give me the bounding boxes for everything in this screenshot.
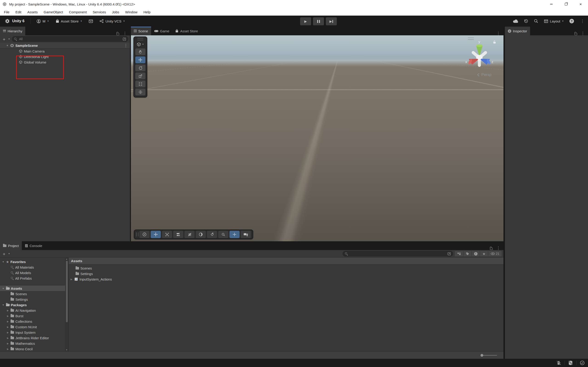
slider-knob[interactable]: [481, 354, 483, 357]
tree-all-materials[interactable]: All Materials: [0, 265, 65, 270]
foldout-open-icon[interactable]: ▼: [2, 304, 5, 306]
tree-package-jetbrains-rider[interactable]: ▶ JetBrains Rider Editor: [0, 335, 65, 341]
tree-package-ai-navigation[interactable]: ▶ AI Navigation: [0, 308, 65, 313]
restore-button[interactable]: [559, 0, 573, 8]
draw-modes-button[interactable]: [173, 231, 183, 238]
hierarchy-search-input[interactable]: [19, 37, 121, 41]
tree-package-input-system[interactable]: ▶ Input System: [0, 330, 65, 335]
shading-mode-button[interactable]: [196, 231, 206, 238]
global-search-button[interactable]: [531, 17, 541, 25]
debugger-disabled-icon[interactable]: [556, 360, 561, 365]
center-pivot-button[interactable]: [229, 231, 240, 238]
kebab-icon[interactable]: ⋮: [123, 44, 129, 48]
scene-search-button[interactable]: [218, 231, 228, 238]
foldout-closed-icon[interactable]: ▶: [6, 337, 9, 339]
foldout-closed-icon[interactable]: ▶: [6, 331, 9, 334]
foldout-closed-icon[interactable]: ▶: [6, 326, 9, 328]
cloud-services-button[interactable]: [510, 17, 520, 25]
tree-settings-folder[interactable]: Settings: [0, 297, 65, 302]
scale-tool[interactable]: [135, 73, 145, 79]
menu-jobs[interactable]: Jobs: [109, 8, 122, 16]
filter-by-label-button[interactable]: [464, 251, 471, 257]
tab-scene[interactable]: Scene: [131, 27, 151, 35]
unlock-icon[interactable]: [574, 32, 577, 35]
menu-file[interactable]: File: [1, 8, 12, 16]
filter-by-type-button[interactable]: [455, 251, 463, 257]
asset-store-dropdown[interactable]: Asset Store ▼: [53, 17, 85, 25]
custom-tools-button[interactable]: [162, 231, 172, 238]
picker-icon[interactable]: [447, 252, 451, 256]
visibility-toggle-button[interactable]: 21: [488, 251, 502, 257]
overlay-drag-handle[interactable]: [137, 38, 143, 40]
tree-scrollbar[interactable]: ▲ ▼: [65, 258, 69, 351]
tree-all-models[interactable]: All Models: [0, 270, 65, 275]
close-button[interactable]: ×: [573, 0, 588, 8]
tab-hierarchy[interactable]: Hierarchy: [0, 27, 25, 35]
tab-inspector[interactable]: i Inspector: [505, 27, 530, 35]
transform-tool[interactable]: [135, 89, 145, 95]
tree-package-mathematics[interactable]: ▶ Mathematics: [0, 341, 65, 346]
hierarchy-item-main-camera[interactable]: Main Camera: [0, 48, 130, 54]
unity-vcs-dropdown[interactable]: Unity VCS ▼: [97, 17, 127, 25]
hierarchy-item-global-volume[interactable]: Global Volume: [0, 59, 130, 65]
tree-package-mono-cecil[interactable]: ▶ Mono Cecil: [0, 346, 65, 351]
kebab-icon[interactable]: ⋮: [580, 31, 586, 35]
chevron-down-icon[interactable]: ▼: [8, 38, 10, 40]
tool-context-dropdown[interactable]: ▼: [137, 41, 144, 47]
tab-project[interactable]: Project: [0, 241, 22, 250]
overlay-drag-handle[interactable]: [136, 232, 138, 236]
tree-assets-root[interactable]: ▼ Assets: [0, 286, 65, 291]
move-tool-bottom[interactable]: [151, 231, 161, 238]
foldout-closed-icon[interactable]: ▶: [6, 315, 9, 317]
kebab-icon[interactable]: ⋮: [495, 31, 501, 35]
toolbar-more-button[interactable]: ⋮: [577, 17, 588, 25]
project-search-field[interactable]: [343, 251, 453, 257]
kebab-icon[interactable]: ⋮: [495, 246, 501, 250]
content-item-inputsystem-actions[interactable]: ▶ InputSystem_Actions: [69, 276, 503, 282]
foldout-open-icon[interactable]: ▼: [2, 261, 5, 263]
projection-mode[interactable]: Persp: [478, 73, 492, 77]
kebab-icon[interactable]: ⋮: [122, 31, 128, 35]
add-asset-button[interactable]: ＋: [2, 252, 6, 256]
menu-services[interactable]: Services: [90, 8, 109, 16]
foldout-open-icon[interactable]: ▼: [6, 44, 9, 47]
tree-package-collections[interactable]: ▶ Collections: [0, 319, 65, 324]
move-tool[interactable]: [135, 56, 145, 63]
layout-dropdown[interactable]: Layout ▼: [542, 17, 566, 25]
foldout-closed-icon[interactable]: ▶: [70, 278, 73, 281]
step-button[interactable]: ▶: [326, 17, 337, 25]
cache-server-disconnected-icon[interactable]: [568, 360, 573, 365]
tab-asset-store[interactable]: Asset Store: [172, 27, 201, 35]
orientation-gizmo[interactable]: y x z: [462, 40, 497, 74]
menu-assets[interactable]: Assets: [24, 8, 41, 16]
foldout-closed-icon[interactable]: ▶: [6, 348, 9, 350]
scene-camera-settings-button[interactable]: [241, 231, 251, 238]
menu-component[interactable]: Component: [66, 8, 90, 16]
foldout-closed-icon[interactable]: ▶: [6, 342, 9, 345]
progress-ok-check-icon[interactable]: [580, 360, 585, 365]
favorites-filter-button[interactable]: ★: [480, 251, 488, 257]
scroll-up-icon[interactable]: ▲: [66, 258, 68, 260]
tree-package-custom-nunit[interactable]: ▶ Custom NUnit: [0, 324, 65, 330]
unlock-icon[interactable]: [490, 247, 493, 250]
foldout-closed-icon[interactable]: ▶: [6, 309, 9, 312]
menu-edit[interactable]: Edit: [12, 8, 24, 16]
tree-favorites[interactable]: ▼ ★ Favorites: [0, 259, 65, 265]
project-search-input[interactable]: [349, 252, 446, 256]
foldout-closed-icon[interactable]: ▶: [6, 320, 9, 323]
package-manager-button[interactable]: [86, 17, 95, 25]
camera-navigation-tool[interactable]: [139, 231, 149, 238]
pause-button[interactable]: [313, 17, 324, 25]
undo-history-button[interactable]: [521, 17, 531, 25]
tab-console[interactable]: Console: [22, 241, 45, 250]
play-button[interactable]: ▶: [300, 17, 311, 25]
view-hand-tool[interactable]: [135, 48, 145, 55]
add-gameobject-button[interactable]: ＋: [2, 37, 6, 41]
foldout-open-icon[interactable]: ▼: [2, 287, 5, 290]
hierarchy-item-directional-light[interactable]: Directional Light: [0, 54, 130, 59]
content-breadcrumb[interactable]: Assets: [69, 258, 503, 265]
chevron-down-icon[interactable]: ▼: [8, 252, 10, 255]
content-item-settings[interactable]: Settings: [69, 271, 503, 276]
scrollbar-thumb[interactable]: [66, 261, 68, 322]
rect-tool[interactable]: [135, 81, 145, 87]
